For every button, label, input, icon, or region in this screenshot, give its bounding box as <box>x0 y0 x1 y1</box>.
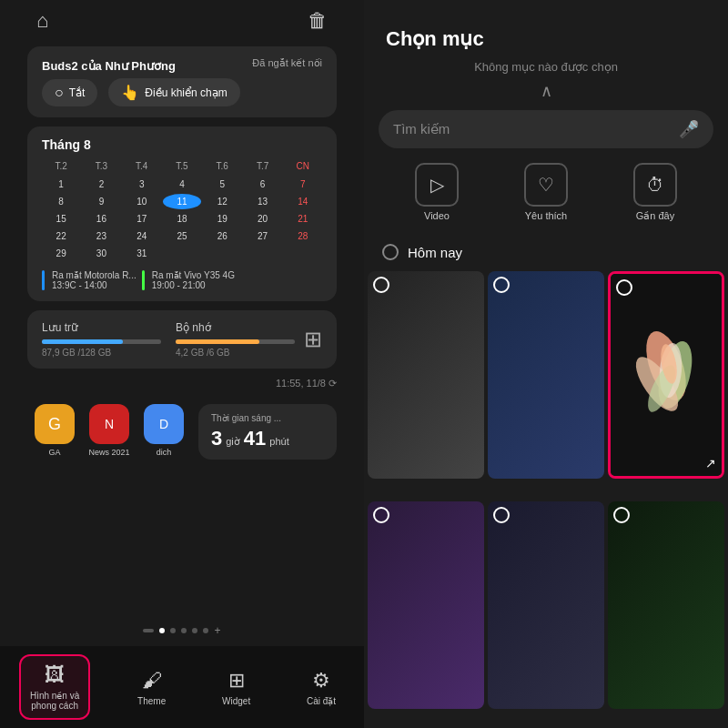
cal-day[interactable]: 9 <box>82 194 120 209</box>
expand-icon[interactable]: ↗ <box>705 456 716 470</box>
cal-day[interactable]: 13 <box>243 194 281 209</box>
power-icon: ○ <box>55 85 64 101</box>
app-ga[interactable]: G GA <box>27 404 82 457</box>
search-bar[interactable]: Tìm kiếm 🎤 <box>379 110 713 148</box>
thumbnail-5[interactable] <box>488 501 604 709</box>
cal-day[interactable]: 10 <box>123 194 161 209</box>
nav-theme-text: Theme <box>137 696 166 706</box>
cal-day-empty <box>203 246 241 261</box>
events-area: Ra mắt Motorola R... 13:9C - 14:00 Ra mắ… <box>42 267 322 290</box>
thumbnail-2[interactable] <box>488 271 604 479</box>
cal-day[interactable]: 3 <box>123 177 161 192</box>
translate-label: dich <box>136 448 191 457</box>
cal-day[interactable]: 31 <box>123 246 161 261</box>
cal-day[interactable]: 6 <box>243 177 281 192</box>
calendar-title: Tháng 8 <box>42 137 322 152</box>
weather-hours: 3 <box>211 427 222 450</box>
cal-day[interactable]: 15 <box>42 211 80 227</box>
buds-touch-label: Điều khiển chạm <box>145 86 227 99</box>
cal-day[interactable]: 23 <box>82 228 120 244</box>
cal-week-1: 1 2 3 4 5 6 7 <box>42 177 322 192</box>
cal-day[interactable]: 4 <box>163 177 201 192</box>
cal-day[interactable]: 12 <box>203 194 241 209</box>
nav-widget-label: Widget <box>222 696 250 706</box>
cal-day[interactable]: 7 <box>284 177 322 192</box>
dot <box>170 628 176 633</box>
cal-day[interactable]: 28 <box>284 228 322 244</box>
thumbnail-6[interactable] <box>608 501 724 709</box>
nav-settings[interactable]: ⚙ Cài đặt <box>298 662 345 713</box>
thumb-radio-4 <box>373 507 389 523</box>
home-icon[interactable]: ⌂ <box>36 9 48 33</box>
cal-week-5: 29 30 31 <box>42 246 322 261</box>
news-letter: N <box>105 417 114 431</box>
thumb-dark3-bg <box>608 501 724 709</box>
thumbnail-1[interactable] <box>368 271 484 479</box>
cal-day[interactable]: 18 <box>163 211 201 227</box>
cal-day[interactable]: 16 <box>82 211 120 227</box>
event-2-time: 19:00 - 21:00 <box>152 280 235 290</box>
nav-wallpaper[interactable]: 🖼 Hình nền vàphong cách <box>19 654 90 720</box>
category-video[interactable]: ▷ Video <box>415 163 459 222</box>
cal-day[interactable]: 19 <box>203 211 241 227</box>
cal-day[interactable]: 25 <box>163 228 201 244</box>
cal-day[interactable]: 17 <box>123 211 161 227</box>
buds-off-button[interactable]: ○ Tắt <box>42 79 97 106</box>
app-translate[interactable]: D dich <box>136 404 191 457</box>
cal-day-today[interactable]: 11 <box>163 194 201 209</box>
dot <box>203 628 208 633</box>
wallpaper-icon: 🖼 <box>45 663 65 687</box>
chevron-icon[interactable]: ∧ <box>364 81 728 101</box>
cal-day[interactable]: 21 <box>284 211 322 227</box>
cal-day[interactable]: 20 <box>243 211 281 227</box>
nav-widget[interactable]: ⊞ Widget <box>213 662 259 713</box>
cal-day[interactable]: 27 <box>243 228 281 244</box>
search-placeholder: Tìm kiếm <box>393 121 679 137</box>
event-2: Ra mắt Vivo Y35 4G 19:00 - 21:00 <box>142 270 235 290</box>
cal-day[interactable]: 30 <box>82 246 120 261</box>
buds-touch-button[interactable]: 👆 Điều khiển chạm <box>108 78 239 106</box>
touch-icon: 👆 <box>121 84 139 101</box>
section-radio[interactable] <box>382 244 399 260</box>
ga-label: GA <box>27 448 82 457</box>
thumbnail-3-selected[interactable]: ↗ <box>608 271 724 479</box>
category-recent[interactable]: ⏱ Gần đây <box>633 163 677 222</box>
news-label: News 2021 <box>82 448 136 457</box>
cal-day[interactable]: 22 <box>42 228 80 244</box>
thumb-dark2-bg <box>488 501 604 709</box>
status-bar: 11:55, 11/8 ⟳ <box>27 378 337 389</box>
thumbnail-grid: ↗ <box>364 271 728 728</box>
cal-day[interactable]: 26 <box>203 228 241 244</box>
nav-theme[interactable]: 🖌 Chọn mục Theme <box>128 662 175 713</box>
cal-day[interactable]: 29 <box>42 246 80 261</box>
cal-day[interactable]: 14 <box>284 194 322 209</box>
storage-icon: ⊞ <box>304 327 322 352</box>
left-panel: ⌂ 🗑 Buds2 của Như Phương Đã ngắt kết nối… <box>0 0 364 728</box>
thumbnail-4[interactable] <box>368 501 484 709</box>
cal-day[interactable]: 1 <box>42 177 80 192</box>
cal-day[interactable]: 5 <box>203 177 241 192</box>
memory-section: Bộ nhớ 4,2 GB /6 GB <box>176 321 295 358</box>
dot-active <box>159 628 165 633</box>
panel-title: Chọn mục <box>364 0 728 60</box>
dot <box>181 628 187 633</box>
heart-icon: ♡ <box>524 163 568 207</box>
app-cards-area: Buds2 của Như Phương Đã ngắt kết nối ○ T… <box>27 42 337 624</box>
dot-plus[interactable]: + <box>214 624 220 637</box>
app-news[interactable]: N News 2021 <box>82 404 136 457</box>
cal-day[interactable]: 8 <box>42 194 80 209</box>
cal-day[interactable]: 24 <box>123 228 161 244</box>
cal-day[interactable]: 2 <box>82 177 120 192</box>
trash-icon[interactable]: 🗑 <box>308 9 328 33</box>
category-favorites[interactable]: ♡ Yêu thích <box>524 163 568 222</box>
section-today-title: Hôm nay <box>408 245 462 260</box>
weather-hours-label: giờ <box>226 436 240 448</box>
widget-icon: ⊞ <box>228 669 245 693</box>
microphone-icon[interactable]: 🎤 <box>679 119 699 139</box>
storage-card: Lưu trữ 87,9 GB /128 GB Bộ nhớ 4,2 GB /6… <box>27 310 337 369</box>
thumb-radio-6 <box>613 507 630 523</box>
app-translate-icon: D <box>144 404 184 444</box>
thumb-radio-2 <box>493 277 510 293</box>
cal-week-2: 8 9 10 11 12 13 14 <box>42 194 322 209</box>
app-ga-icon: G <box>35 404 75 444</box>
